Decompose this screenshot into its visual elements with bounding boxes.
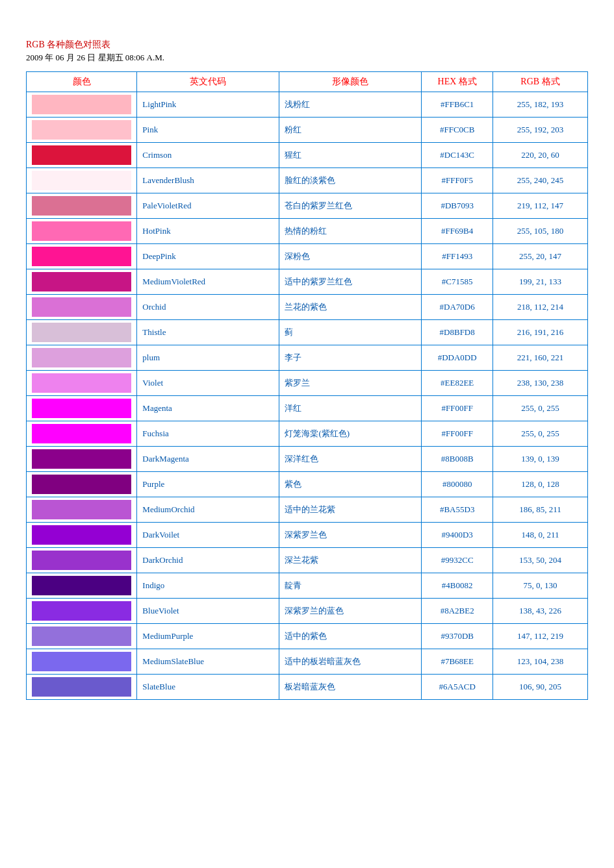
color-rgb: 139, 0, 139 xyxy=(492,447,587,472)
color-chinese: 靛青 xyxy=(279,573,422,599)
color-chinese: 紫罗兰 xyxy=(279,371,422,396)
color-swatch-cell xyxy=(27,295,137,320)
color-hex: #FF00FF xyxy=(422,421,493,447)
color-rgb: 255, 0, 255 xyxy=(492,396,587,421)
color-name: LightPink xyxy=(137,92,279,118)
table-row: Crimson猩红#DC143C220, 20, 60 xyxy=(27,143,588,168)
color-swatch-cell xyxy=(27,573,137,599)
color-hex: #DC143C xyxy=(422,143,493,168)
color-rgb: 148, 0, 211 xyxy=(492,523,587,548)
color-chinese: 蓟 xyxy=(279,320,422,345)
color-hex: #DDA0DD xyxy=(422,345,493,371)
color-swatch-cell xyxy=(27,244,137,269)
color-swatch xyxy=(32,576,131,595)
color-swatch xyxy=(32,120,131,140)
table-row: DarkOrchid深兰花紫#9932CC153, 50, 204 xyxy=(27,548,588,573)
color-rgb: 153, 50, 204 xyxy=(492,548,587,573)
color-swatch-cell xyxy=(27,472,137,497)
color-rgb: 219, 112, 147 xyxy=(492,193,587,219)
color-swatch-cell xyxy=(27,345,137,371)
color-hex: #FFB6C1 xyxy=(422,92,493,118)
color-name: MediumVioletRed xyxy=(137,269,279,295)
color-name: MediumSlateBlue xyxy=(137,649,279,675)
color-swatch xyxy=(32,373,131,393)
color-swatch-cell xyxy=(27,92,137,118)
color-rgb: 218, 112, 214 xyxy=(492,295,587,320)
color-swatch-cell xyxy=(27,649,137,675)
color-rgb: 220, 20, 60 xyxy=(492,143,587,168)
table-row: LightPink浅粉红#FFB6C1255, 182, 193 xyxy=(27,92,588,118)
table-row: Thistle蓟#D8BFD8216, 191, 216 xyxy=(27,320,588,345)
table-row: MediumVioletRed适中的紫罗兰红色#C71585199, 21, 1… xyxy=(27,269,588,295)
color-chinese: 适中的板岩暗蓝灰色 xyxy=(279,649,422,675)
table-row: DarkMagenta深洋红色#8B008B139, 0, 139 xyxy=(27,447,588,472)
color-swatch-cell xyxy=(27,624,137,649)
color-name: LavenderBlush xyxy=(137,168,279,193)
table-row: Violet紫罗兰#EE82EE238, 130, 238 xyxy=(27,371,588,396)
color-chinese: 灯笼海棠(紫红色) xyxy=(279,421,422,447)
color-name: Orchid xyxy=(137,295,279,320)
color-rgb: 255, 105, 180 xyxy=(492,219,587,244)
color-hex: #DA70D6 xyxy=(422,295,493,320)
color-swatch xyxy=(32,95,131,114)
table-row: Fuchsia灯笼海棠(紫红色)#FF00FF255, 0, 255 xyxy=(27,421,588,447)
color-rgb: 221, 160, 221 xyxy=(492,345,587,371)
table-row: DeepPink深粉色#FF1493255, 20, 147 xyxy=(27,244,588,269)
color-name: PaleVioletRed xyxy=(137,193,279,219)
color-hex: #8B008B xyxy=(422,447,493,472)
color-chinese: 板岩暗蓝灰色 xyxy=(279,675,422,700)
color-swatch-cell xyxy=(27,143,137,168)
color-swatch xyxy=(32,145,131,165)
color-rgb: 255, 192, 203 xyxy=(492,118,587,143)
color-swatch-cell xyxy=(27,193,137,219)
color-name: BlueViolet xyxy=(137,599,279,624)
page-date: 2009 年 06 月 26 日 星期五 08:06 A.M. xyxy=(26,52,588,64)
color-swatch xyxy=(32,348,131,367)
color-hex: #9370DB xyxy=(422,624,493,649)
color-swatch xyxy=(32,196,131,216)
color-swatch xyxy=(32,475,131,494)
color-swatch xyxy=(32,272,131,291)
table-row: plum李子#DDA0DD221, 160, 221 xyxy=(27,345,588,371)
color-swatch-cell xyxy=(27,168,137,193)
color-rgb: 216, 191, 216 xyxy=(492,320,587,345)
color-chinese: 深洋红色 xyxy=(279,447,422,472)
color-name: DarkOrchid xyxy=(137,548,279,573)
col-header-name: 英文代码 xyxy=(137,72,279,92)
col-header-chinese: 形像颜色 xyxy=(279,72,422,92)
color-chinese: 紫色 xyxy=(279,472,422,497)
table-row: Magenta洋红#FF00FF255, 0, 255 xyxy=(27,396,588,421)
color-name: DeepPink xyxy=(137,244,279,269)
color-swatch-cell xyxy=(27,523,137,548)
color-chinese: 适中的紫色 xyxy=(279,624,422,649)
color-swatch xyxy=(32,551,131,570)
color-rgb: 255, 240, 245 xyxy=(492,168,587,193)
color-hex: #9932CC xyxy=(422,548,493,573)
color-swatch xyxy=(32,221,131,241)
table-row: MediumOrchid适中的兰花紫#BA55D3186, 85, 211 xyxy=(27,497,588,523)
color-swatch xyxy=(32,424,131,443)
color-name: DarkMagenta xyxy=(137,447,279,472)
color-hex: #FFF0F5 xyxy=(422,168,493,193)
col-header-rgb: RGB 格式 xyxy=(492,72,587,92)
color-rgb: 255, 0, 255 xyxy=(492,421,587,447)
color-hex: #C71585 xyxy=(422,269,493,295)
color-chinese: 兰花的紫色 xyxy=(279,295,422,320)
table-row: Orchid兰花的紫色#DA70D6218, 112, 214 xyxy=(27,295,588,320)
color-swatch-cell xyxy=(27,118,137,143)
color-hex: #BA55D3 xyxy=(422,497,493,523)
color-rgb: 106, 90, 205 xyxy=(492,675,587,700)
color-name: Thistle xyxy=(137,320,279,345)
page-title: RGB 各种颜色对照表 xyxy=(26,39,588,51)
color-name: MediumPurple xyxy=(137,624,279,649)
color-table: 颜色 英文代码 形像颜色 HEX 格式 RGB 格式 LightPink浅粉红#… xyxy=(26,71,588,700)
color-name: Violet xyxy=(137,371,279,396)
color-rgb: 138, 43, 226 xyxy=(492,599,587,624)
color-swatch-cell xyxy=(27,497,137,523)
color-swatch xyxy=(32,601,131,621)
color-name: plum xyxy=(137,345,279,371)
color-hex: #EE82EE xyxy=(422,371,493,396)
color-swatch-cell xyxy=(27,675,137,700)
color-hex: #4B0082 xyxy=(422,573,493,599)
color-hex: #DB7093 xyxy=(422,193,493,219)
